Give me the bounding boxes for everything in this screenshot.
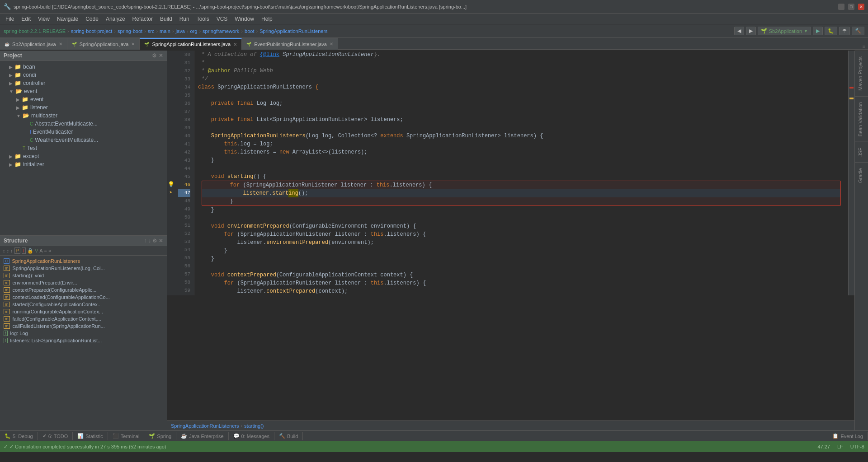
maximize-button[interactable]: □ (848, 4, 854, 10)
tree-item-event[interactable]: ▼ 📂 event (0, 87, 167, 95)
tree-item-test[interactable]: T Test (0, 144, 167, 152)
nav-back-button[interactable]: ◀ (734, 27, 744, 35)
bottom-tab-java-enterprise[interactable]: ☕ Java Enterprise (176, 432, 228, 440)
bottom-tab-build[interactable]: 🔨 Build (274, 432, 303, 440)
nav-breadcrumb-class[interactable]: SpringApplicationRunListeners (259, 28, 327, 34)
tree-item-eventmulticaster[interactable]: I EventMulticaster (0, 128, 167, 136)
struct-item-envprepared[interactable]: m environmentPrepared(Envir... (0, 279, 167, 286)
structure-toolbar-field[interactable]: f (22, 247, 26, 254)
bottom-tab-todo[interactable]: ✔ 6: TODO (38, 432, 73, 440)
tree-item-abstracteventmulticaster[interactable]: C AbstractEventMulticaste... (0, 120, 167, 128)
menu-item-edit[interactable]: Edit (18, 14, 34, 23)
tree-item-except[interactable]: ▶ 📁 except (0, 152, 167, 160)
structure-close-button[interactable]: ✕ (159, 238, 163, 244)
minimize-button[interactable]: ─ (838, 4, 844, 10)
debug-button[interactable]: 🐛 (825, 27, 837, 35)
struct-item-class[interactable]: C SpringApplicationRunListeners (0, 257, 167, 265)
tab-eventpublishingrunlistener[interactable]: 🌱 EventPublishingRunListener.java ✕ (242, 38, 338, 50)
menu-item-window[interactable]: Window (231, 14, 258, 23)
sidebar-tab-bean-validation[interactable]: Bean Validation (855, 96, 868, 142)
tab-springapplicationrunlisteners[interactable]: 🌱 SpringApplicationRunListeners.java ✕ (140, 38, 242, 50)
run-button[interactable]: ▶ (813, 27, 823, 35)
close-tab-3[interactable]: ✕ (233, 42, 237, 47)
sidebar-tab-gradle[interactable]: Gradle (855, 162, 868, 188)
nav-breadcrumb-boot[interactable]: boot (245, 28, 254, 34)
close-tab-1[interactable]: ✕ (59, 42, 62, 47)
structure-toolbar-up[interactable]: ↑ (10, 248, 13, 253)
nav-forward-button[interactable]: ▶ (746, 27, 756, 35)
structure-toolbar-A[interactable]: A (39, 248, 42, 253)
structure-sort-asc-button[interactable]: ↑ (144, 238, 147, 244)
menu-item-analyze[interactable]: Analyze (102, 14, 129, 23)
bottom-tab-event-log[interactable]: 📋 Event Log (828, 432, 868, 440)
structure-toolbar-eye[interactable]: V (35, 248, 38, 253)
bottom-tab-messages[interactable]: 💬 0: Messages (229, 432, 274, 440)
footer-method[interactable]: starting() (244, 423, 264, 429)
bottom-tab-debug[interactable]: 🐛 5: Debug (0, 432, 38, 440)
tree-item-multicaster[interactable]: ▼ 📂 multicaster (0, 112, 167, 120)
bottom-tab-spring[interactable]: 🌱 Spring (144, 432, 176, 440)
nav-breadcrumb-springframework[interactable]: springframework (203, 28, 239, 34)
menu-item-help[interactable]: Help (258, 14, 276, 23)
struct-item-starting[interactable]: m starting(): void (0, 272, 167, 279)
menu-item-view[interactable]: View (34, 14, 53, 23)
tree-item-event-sub[interactable]: ▶ 📁 event (0, 95, 167, 103)
struct-item-log[interactable]: f log: Log (0, 330, 167, 337)
structure-toolbar-sort2[interactable]: ↕ (7, 248, 9, 253)
coverage-button[interactable]: ☂ (839, 27, 850, 35)
tree-item-condi[interactable]: ▶ 📁 condi (0, 71, 167, 79)
tree-item-listener[interactable]: ▶ 📁 listener (0, 103, 167, 112)
close-tab-2[interactable]: ✕ (131, 42, 135, 47)
menu-item-build[interactable]: Build (156, 14, 176, 23)
sidebar-tab-jsf[interactable]: JSF (855, 142, 868, 162)
nav-breadcrumb-project2[interactable]: spring-boot-project (71, 28, 113, 34)
tree-item-initializer[interactable]: ▶ 📁 initializer (0, 160, 167, 168)
tree-item-bean[interactable]: ▶ 📁 bean (0, 63, 167, 71)
nav-breadcrumb-main[interactable]: main (160, 28, 170, 34)
struct-item-ctxprepared[interactable]: m contextPrepared(ConfigurableApplic... (0, 286, 167, 294)
tab-springapplication[interactable]: 🌱 SpringApplication.java ✕ (67, 38, 140, 50)
close-button[interactable]: ✕ (858, 4, 864, 10)
tab-sb2application[interactable]: ☕ Sb2Application.java ✕ (0, 38, 67, 50)
struct-item-ctxloaded[interactable]: m contextLoaded(ConfigurableApplicationC… (0, 294, 167, 301)
structure-toolbar-lock[interactable]: 🔒 (27, 248, 33, 254)
sidebar-tab-maven[interactable]: Maven Projects (855, 51, 868, 96)
menu-item-tools[interactable]: Tools (193, 14, 213, 23)
nav-breadcrumb-java[interactable]: java (176, 28, 185, 34)
close-tab-4[interactable]: ✕ (330, 42, 333, 47)
structure-toolbar-pub[interactable]: P (14, 247, 20, 254)
tree-item-weathereventmulticaster[interactable]: C WeatherEventMulticaste... (0, 136, 167, 144)
menu-item-vcs[interactable]: VCS (213, 14, 231, 23)
struct-item-started[interactable]: m started(ConfigurableApplicationContex.… (0, 301, 167, 308)
tree-item-controller[interactable]: ▶ 📁 controller (0, 79, 167, 87)
structure-sort-desc-button[interactable]: ↓ (148, 238, 151, 244)
bottom-tab-statistic[interactable]: 📊 Statistic (73, 432, 108, 440)
struct-item-running[interactable]: m running(ConfigurableApplicationContex.… (0, 308, 167, 315)
lamp-icon-46[interactable]: 💡 (167, 181, 175, 189)
menu-item-run[interactable]: Run (176, 14, 193, 23)
structure-toolbar-sort1[interactable]: ↕ (3, 248, 5, 253)
code-editor[interactable]: 💡 ➤ 30 31 32 33 34 35 36 3 (167, 51, 854, 420)
structure-settings-button[interactable]: ⚙ (152, 238, 157, 244)
struct-item-listeners[interactable]: f listeners: List<SpringApplicationRunLi… (0, 337, 167, 344)
nav-breadcrumb-project[interactable]: spring-boot-2.2.1.RELEASE (4, 28, 66, 34)
struct-item-failed[interactable]: m failed(ConfigurableApplicationContext,… (0, 315, 167, 322)
nav-breadcrumb-org[interactable]: org (190, 28, 197, 34)
nav-breadcrumb-src[interactable]: src (148, 28, 155, 34)
build-button[interactable]: 🔨 (852, 27, 864, 35)
bottom-tab-terminal[interactable]: ⬛ Terminal (108, 432, 145, 440)
footer-class[interactable]: SpringApplicationRunListeners (171, 423, 239, 429)
menu-item-navigate[interactable]: Navigate (53, 14, 82, 23)
menu-item-code[interactable]: Code (82, 14, 102, 23)
struct-item-callfailed[interactable]: m callFailedListener(SpringApplicationRu… (0, 322, 167, 330)
menu-item-file[interactable]: File (2, 14, 18, 23)
structure-toolbar-expand[interactable]: » (48, 248, 51, 253)
tabs-more-button[interactable]: ≡ (860, 44, 868, 50)
nav-breadcrumb-module[interactable]: spring-boot (118, 28, 142, 34)
project-settings-button[interactable]: ⚙ (152, 52, 157, 59)
project-close-button[interactable]: ✕ (159, 52, 163, 59)
menu-item-refactor[interactable]: Refactor (129, 14, 156, 23)
structure-toolbar-list[interactable]: ≡ (44, 248, 47, 253)
run-config-button[interactable]: 🌱Sb2Application▼ (758, 27, 811, 35)
struct-item-constructor[interactable]: m SpringApplicationRunListeners(Log, Col… (0, 265, 167, 272)
